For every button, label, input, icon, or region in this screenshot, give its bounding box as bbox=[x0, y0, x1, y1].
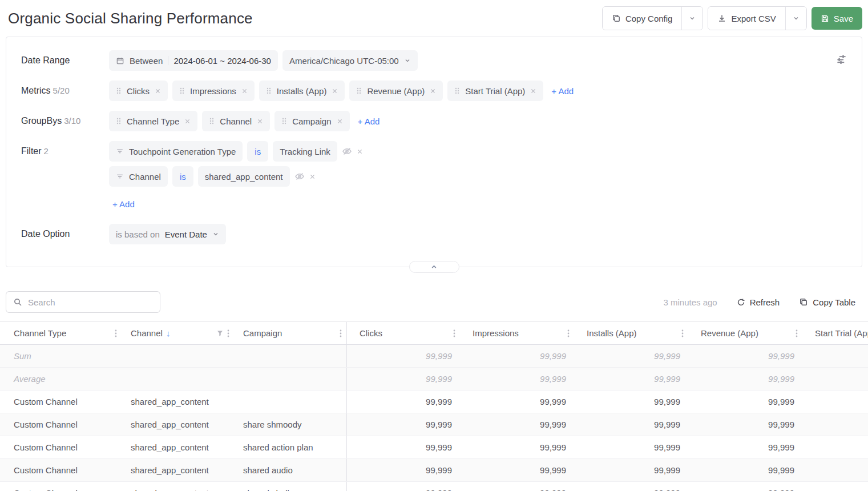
metric-chip[interactable]: Installs (App) bbox=[259, 81, 345, 101]
timezone-select[interactable]: America/Chicago UTC-05:00 bbox=[282, 50, 418, 71]
drag-handle-icon bbox=[116, 117, 122, 125]
dimension-cell: Custom Channel bbox=[0, 391, 122, 413]
metric-cell: 99,999 bbox=[460, 436, 574, 458]
date-range-label: Date Range bbox=[21, 50, 109, 71]
column-menu-icon[interactable] bbox=[681, 329, 684, 338]
dimension-cell: shared challenge bbox=[234, 482, 347, 491]
metric-cell: 99,999 bbox=[688, 345, 802, 367]
remove-chip-icon[interactable] bbox=[257, 118, 263, 124]
metric-cell: 99,999 bbox=[347, 391, 460, 413]
remove-chip-icon[interactable] bbox=[430, 88, 436, 94]
remove-chip-icon[interactable] bbox=[155, 88, 161, 94]
drag-handle-icon bbox=[454, 87, 460, 95]
table-toolbar: 3 minutes ago Refresh Copy Table bbox=[6, 291, 862, 313]
sliders-settings-icon[interactable] bbox=[836, 54, 847, 65]
dimension-cell: Custom Channel bbox=[0, 482, 122, 491]
date-option-select[interactable]: is based on Event Date bbox=[109, 224, 226, 244]
column-header-start-trial-app[interactable]: Start Trial (App) bbox=[802, 322, 868, 344]
copy-config-dropdown-button[interactable] bbox=[681, 7, 703, 30]
filter-value-chip[interactable]: Tracking Link bbox=[273, 141, 337, 162]
metrics-add-button[interactable]: + Add bbox=[548, 81, 577, 101]
filter-field-chip[interactable]: Channel bbox=[109, 166, 168, 187]
dimension-cell: shared action plan bbox=[234, 436, 347, 458]
column-label: Impressions bbox=[473, 328, 567, 338]
export-csv-button-group: Export CSV bbox=[708, 6, 806, 30]
remove-chip-icon[interactable] bbox=[337, 118, 343, 124]
remove-chip-icon[interactable] bbox=[332, 88, 338, 94]
column-header-icons bbox=[115, 329, 117, 338]
groupby-chip[interactable]: Campaign bbox=[274, 111, 349, 131]
dimension-cell: Custom Channel bbox=[0, 413, 122, 436]
metric-chip[interactable]: Impressions bbox=[172, 81, 255, 101]
filter-operator-chip[interactable]: is bbox=[172, 166, 193, 187]
column-menu-icon[interactable] bbox=[227, 329, 229, 338]
metrics-label: Metrics5/20 bbox=[21, 81, 109, 101]
metric-cell: 99,999 bbox=[688, 391, 802, 413]
dimension-cell: shared_app_content bbox=[122, 459, 234, 481]
metric-chip[interactable]: Start Trial (App) bbox=[447, 81, 543, 101]
table-row: Custom Channelshared_app_contentshare sh… bbox=[0, 413, 868, 436]
column-label: Installs (App) bbox=[587, 328, 681, 338]
filter-operator-chip[interactable]: is bbox=[247, 141, 268, 162]
column-header-revenue-app[interactable]: Revenue (App) bbox=[688, 322, 802, 344]
metric-chip[interactable]: Clicks bbox=[109, 81, 168, 101]
search-input[interactable] bbox=[6, 291, 160, 313]
column-header-channel-type[interactable]: Channel Type bbox=[0, 322, 122, 344]
metric-cell: 99,999 bbox=[347, 482, 460, 491]
groupby-chip[interactable]: Channel bbox=[202, 111, 270, 131]
hide-filter-icon[interactable] bbox=[342, 146, 352, 156]
column-menu-icon[interactable] bbox=[567, 329, 570, 338]
remove-chip-icon[interactable] bbox=[184, 118, 191, 124]
refresh-button[interactable]: Refresh bbox=[737, 297, 780, 307]
export-csv-button[interactable]: Export CSV bbox=[708, 7, 785, 30]
collapse-panel-button[interactable] bbox=[409, 261, 459, 273]
metric-cell: 99,999 bbox=[460, 459, 574, 481]
chevron-down-icon bbox=[689, 15, 696, 22]
column-header-clicks[interactable]: Clicks bbox=[347, 322, 460, 344]
filter-field-chip[interactable]: Touchpoint Generation Type bbox=[109, 141, 243, 162]
metric-cell: 99,999 bbox=[347, 368, 460, 390]
column-header-channel[interactable]: Channel↓ bbox=[122, 322, 234, 344]
save-label: Save bbox=[834, 14, 853, 23]
column-filter-icon[interactable] bbox=[216, 329, 224, 337]
export-csv-dropdown-button[interactable] bbox=[785, 7, 806, 30]
table-header-row: Channel TypeChannel↓CampaignClicksImpres… bbox=[0, 322, 868, 345]
groupby-chip[interactable]: Channel Type bbox=[109, 111, 197, 131]
groupbys-add-button[interactable]: + Add bbox=[354, 111, 383, 131]
copy-config-label: Copy Config bbox=[625, 14, 673, 23]
column-menu-icon[interactable] bbox=[453, 329, 455, 338]
metric-chip-label: Clicks bbox=[127, 86, 150, 96]
column-header-impressions[interactable]: Impressions bbox=[460, 322, 574, 344]
remove-chip-icon[interactable] bbox=[241, 88, 248, 94]
column-label-text: Channel bbox=[131, 328, 163, 338]
page-title: Organic Social Sharing Performance bbox=[8, 10, 253, 27]
filter-add-button[interactable]: + Add bbox=[109, 194, 138, 214]
metric-cell: 99,999 bbox=[460, 482, 574, 491]
download-icon bbox=[717, 14, 726, 23]
column-header-installs-app[interactable]: Installs (App) bbox=[574, 322, 688, 344]
metric-cell: 99,999 bbox=[574, 459, 688, 481]
column-menu-icon[interactable] bbox=[340, 329, 342, 338]
remove-filter-icon[interactable] bbox=[357, 148, 363, 155]
filter-value-chip[interactable]: shared_app_content bbox=[198, 166, 290, 187]
hide-filter-icon[interactable] bbox=[294, 171, 305, 182]
filter-condition: Touchpoint Generation TypeisTracking Lin… bbox=[109, 141, 363, 162]
copy-table-button[interactable]: Copy Table bbox=[799, 297, 855, 307]
dimension-cell: shared_app_content bbox=[122, 413, 234, 436]
remove-chip-icon[interactable] bbox=[530, 88, 536, 94]
metric-chip[interactable]: Revenue (App) bbox=[349, 81, 443, 101]
drag-handle-icon bbox=[179, 87, 185, 95]
column-header-campaign[interactable]: Campaign bbox=[234, 322, 347, 344]
table-row: Custom Channelshared_app_contentshared c… bbox=[0, 482, 868, 491]
copy-config-button[interactable]: Copy Config bbox=[603, 7, 682, 30]
column-menu-icon[interactable] bbox=[796, 329, 798, 338]
remove-filter-icon[interactable] bbox=[309, 174, 316, 180]
column-menu-icon[interactable] bbox=[115, 329, 117, 338]
metrics-row: Metrics5/20 ClicksImpressionsInstalls (A… bbox=[21, 81, 847, 101]
date-range-picker[interactable]: Between 2024-06-01 ~ 2024-06-30 bbox=[109, 50, 278, 71]
save-button[interactable]: Save bbox=[812, 7, 862, 30]
metric-chip-label: Impressions bbox=[190, 86, 236, 96]
groupbys-row: GroupBys3/10 Channel TypeChannelCampaign… bbox=[21, 111, 847, 131]
copy-table-label: Copy Table bbox=[813, 297, 855, 307]
column-label-text: Revenue (App) bbox=[701, 328, 758, 338]
